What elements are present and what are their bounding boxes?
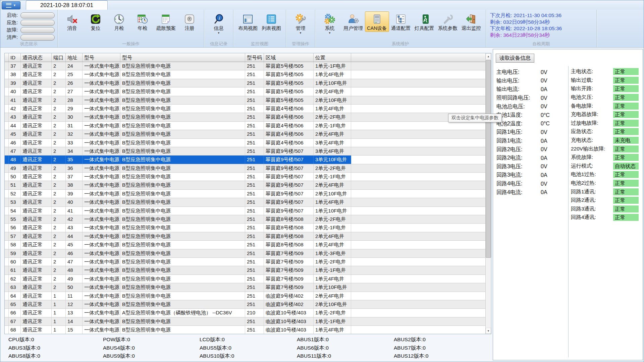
column-header-区域[interactable]: 区域 (264, 53, 314, 62)
cell: 2 (52, 241, 66, 249)
cell-filler (351, 207, 486, 215)
table-row[interactable]: 38通讯正常225一体式集中电源B型应急照明集中电源251翠茵庭5号楼/5051… (5, 70, 486, 79)
table-row[interactable]: 61通讯正常248一体式集中电源B型应急照明集中电源251翠茵庭7号楼/5091… (5, 266, 486, 275)
column-header-型号[interactable]: 型号 (83, 53, 120, 62)
toolbar-button-信息[interactable]: i信息▼ (207, 11, 230, 36)
table-row[interactable]: 59通讯正常246一体式集中电源B型应急照明集中电源251翠茵庭7号楼/5091… (5, 249, 486, 258)
table-row[interactable]: 43通讯正常230一体式集中电源B型应急照明集中电源251翠茵庭4号楼/5062… (5, 113, 486, 121)
table-row[interactable]: 68通讯正常115一体式集中电源B型应急照明集中电源251临波庭10号楼/403… (5, 326, 486, 334)
toolbar-button-用户管理[interactable]: 用户管理 (341, 11, 365, 32)
cell: 2 (52, 275, 66, 283)
toolbar-button-管理[interactable]: 管理▼ (289, 11, 312, 36)
table-row[interactable]: 54通讯正常241一体式集中电源B型应急照明集中电源251翠茵庭9号楼/5071… (5, 207, 486, 215)
cell: 通讯正常 (21, 105, 52, 113)
scroll-up-button[interactable]: ▲ (486, 53, 491, 59)
table-row[interactable]: 50通讯正常237一体式集中电源B型应急照明集中电源251翠茵庭9号楼/5072… (5, 173, 486, 181)
column-header-位置[interactable]: 位置 (314, 53, 351, 62)
cell: B型应急照明集中电源 (120, 62, 245, 70)
table-row[interactable]: 64通讯正常111一体式集中电源B型应急照明集中电源251临波庭9号楼/4022… (5, 292, 486, 300)
selfcheck-line: 下次年检: 2022-10-28 18:05:36 (490, 25, 562, 32)
read-device-info-button[interactable]: 读取设备信息 (496, 54, 534, 63)
cell: 临波庭10号楼/403 (264, 326, 314, 334)
table-row[interactable]: 40通讯正常227一体式集中电源B型应急照明集中电源251翠茵庭5号楼/5052… (5, 87, 486, 96)
cell: 通讯正常 (21, 70, 52, 78)
table-row[interactable]: 51通讯正常238一体式集中电源B型应急照明集中电源251翠茵庭9号楼/5072… (5, 181, 486, 189)
status-label: 应急: (3, 19, 18, 26)
metric-row: 照明回路电压:0V (496, 94, 566, 103)
toolbar-button-系统[interactable]: 系统▼ (318, 11, 341, 36)
cell: 35 (66, 156, 83, 164)
toolbar-button-列表视图[interactable]: 列表视图 (260, 11, 283, 32)
toolbar-button-布局视图[interactable]: 布局视图 (236, 11, 260, 32)
table-row[interactable]: 37通讯正常224一体式集中电源B型应急照明集中电源251翠茵庭5号楼/5051… (5, 62, 486, 70)
toolbar-button-CAN设备[interactable]: CAN设备 (365, 11, 389, 32)
cell: 46 (9, 139, 21, 147)
cell: 251 (245, 283, 264, 291)
table-row[interactable]: 44通讯正常231一体式集中电源B型应急照明集中电源251翠茵庭4号楼/5062… (5, 122, 486, 130)
table-row[interactable]: 47通讯正常234一体式集中电源B型应急照明集中电源251翠茵庭9号楼/5073… (5, 147, 486, 156)
table-row[interactable]: 65通讯正常112一体式集中电源B型应急照明集中电源251临波庭9号楼/4022… (5, 300, 486, 309)
toolbar-button-复位[interactable]: 复位 (84, 11, 107, 32)
toolbar-button-疏散预案[interactable]: 疏散预案 (154, 11, 178, 32)
cell: 2 (52, 105, 66, 113)
svg-text:®: ® (187, 16, 192, 22)
ribbon-group-1: i信息▼信息记录 (204, 10, 233, 47)
device-info-panel: 读取设备信息 主电电压:0V输出电压:0V输出电流:0A照明回路电压:0V电池总… (493, 49, 643, 360)
session-tab[interactable]: 2021-10-28 18:07:01 (26, 0, 108, 10)
metric-label: 回路4电流: (496, 189, 541, 196)
cell: 通讯正常 (21, 190, 52, 198)
table-row[interactable]: 39通讯正常226一体式集中电源B型应急照明集中电源251翠茵庭5号楼/5051… (5, 79, 486, 87)
scroll-down-button[interactable]: ▼ (486, 328, 491, 334)
table-row[interactable]: 46通讯正常233一体式集中电源B型应急照明集中电源251翠茵庭4号楼/5063… (5, 139, 486, 147)
table-row[interactable]: 55通讯正常242一体式集中电源B型应急照明集中电源251翠茵庭8号楼/5082… (5, 215, 486, 224)
toolbar-button-年检[interactable]: 年检 (131, 11, 154, 32)
table-row[interactable]: 60通讯正常247一体式集中电源B型应急照明集中电源251翠茵庭7号楼/5091… (5, 258, 486, 266)
table-row[interactable]: 53通讯正常240一体式集中电源B型应急照明集中电源251翠茵庭9号楼/5071… (5, 198, 486, 206)
cell: 翠茵庭9号楼/507 (264, 164, 314, 172)
toolbar-button-灯具配置[interactable]: 灯具配置 (413, 11, 436, 32)
status-value-badge: 正常 (613, 214, 639, 221)
app-menu-button[interactable]: ▼ (2, 1, 20, 9)
table-row[interactable]: 45通讯正常232一体式集中电源B型应急照明集中电源251翠茵庭4号楼/5062… (5, 130, 486, 138)
table-row[interactable]: 63通讯正常250一体式集中电源B型应急照明集中电源251翠茵庭7号楼/5091… (5, 283, 486, 292)
column-header-rowheader[interactable] (5, 53, 9, 62)
table-row[interactable]: 52通讯正常239一体式集中电源B型应急照明集中电源251翠茵庭9号楼/5072… (5, 190, 486, 198)
cell: B型应急照明集中电源 (120, 122, 245, 130)
metric-row: 回路4电流:0A (496, 188, 566, 197)
toolbar-button-消音[interactable]: 消音 (60, 11, 84, 32)
table-row[interactable]: 48通讯正常235一体式集中电源B型应急照明集中电源251翠茵庭9号楼/5073… (5, 156, 486, 164)
toolbar-button-通道配置[interactable]: 通道配置 (389, 11, 413, 32)
cell: 44 (66, 232, 83, 240)
cell: 251 (245, 232, 264, 240)
column-header-ID[interactable]: ID (9, 53, 21, 62)
cell: 1单元10F电井 (314, 207, 351, 215)
metric-label: 照明回路电压: (496, 95, 541, 102)
toolbar-button-月检[interactable]: 月检 (107, 11, 131, 32)
table-row[interactable]: 62通讯正常249一体式集中电源B型应急照明集中电源251翠茵庭7号楼/5091… (5, 275, 486, 283)
vertical-scrollbar[interactable]: ▲ ▼ (485, 53, 491, 334)
toolbar-button-label: 注册 (185, 26, 195, 31)
table-row[interactable]: 42通讯正常229一体式集中电源B型应急照明集中电源251翠茵庭4号楼/5061… (5, 105, 486, 113)
version-label: ABUS7版本:0 (394, 345, 426, 352)
cell: 通讯正常 (21, 130, 52, 138)
table-row[interactable]: 41通讯正常228一体式集中电源B型应急照明集中电源251翠茵庭5号楼/5052… (5, 96, 486, 105)
cell: 1单元4F电井 (314, 105, 351, 113)
table-row[interactable]: 49通讯正常236一体式集中电源B型应急照明集中电源251翠茵庭9号楼/5072… (5, 164, 486, 173)
table-row[interactable]: 58通讯正常245一体式集中电源B型应急照明集中电源251翠茵庭8号楼/5081… (5, 241, 486, 249)
column-header-型号[interactable]: 型号 (120, 53, 245, 62)
toolbar-button-注册[interactable]: ®注册 (178, 11, 201, 32)
column-header-通讯状态[interactable]: 通讯状态 (21, 53, 52, 62)
table-row[interactable]: 57通讯正常244一体式集中电源B型应急照明集中电源251翠茵庭8号楼/5082… (5, 232, 486, 241)
column-header-地址[interactable]: 地址 (66, 53, 83, 62)
toolbar-button-退出监控[interactable]: 退出监控 (460, 11, 483, 32)
table-row[interactable]: 66通讯正常113一体式集中电源A型应急照明集中电源（磷酸铁锂电池） --DC3… (5, 309, 486, 317)
cell: 251 (245, 87, 264, 96)
status-item-label: 输出开路: (571, 85, 613, 92)
column-header-型号码[interactable]: 型号码 (245, 53, 264, 62)
column-header-端口[interactable]: 端口 (52, 53, 66, 62)
status-value-badge: 正常 (613, 197, 639, 204)
scrollbar-thumb[interactable] (486, 60, 491, 258)
table-row[interactable]: 56通讯正常243一体式集中电源B型应急照明集中电源251翠茵庭8号楼/5082… (5, 224, 486, 232)
table-row[interactable]: 67通讯正常114一体式集中电源B型应急照明集中电源251临波庭10号楼/403… (5, 317, 486, 326)
toolbar-button-系统参数[interactable]: 系统参数 (436, 11, 460, 32)
